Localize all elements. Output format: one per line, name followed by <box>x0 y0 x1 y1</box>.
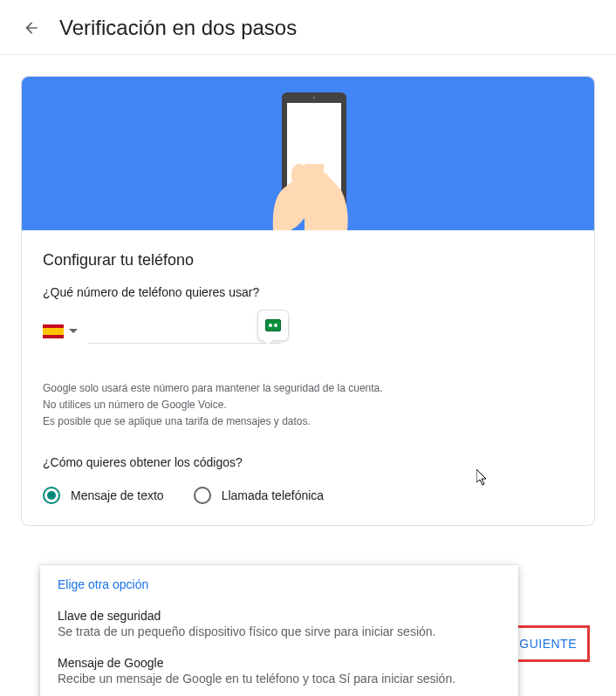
popup-item-desc: Recibe un mensaje de Google en tu teléfo… <box>58 672 501 686</box>
popup-item-title: Llave de seguridad <box>58 609 501 623</box>
radio-sms[interactable]: Mensaje de texto <box>43 487 164 504</box>
radio-checked-icon <box>43 487 60 504</box>
country-selector[interactable] <box>43 321 78 342</box>
disclaimer-text: Google solo usará este número para mante… <box>43 380 573 431</box>
radio-group: Mensaje de texto Llamada telefónica <box>43 487 573 504</box>
popup-title: Elige otra opción <box>40 565 518 600</box>
popup-item-desc: Se trata de un pequeño dispositivo físic… <box>58 624 501 638</box>
popup-item-security-key[interactable]: Llave de seguridad Se trata de un pequeñ… <box>40 600 518 647</box>
disclaimer-line: Google solo usará este número para mante… <box>43 380 573 397</box>
phone-input-row <box>43 318 573 344</box>
disclaimer-line: No utilices un número de Google Voice. <box>43 397 573 413</box>
alternative-options-popup: Elige otra opción Llave de seguridad Se … <box>40 565 518 696</box>
radio-label: Llamada telefónica <box>222 488 325 502</box>
page-title: Verificación en dos pasos <box>59 16 297 40</box>
popup-item-title: Mensaje de Google <box>58 656 501 670</box>
page-header: Verificación en dos pasos <box>0 0 616 55</box>
popup-item-google-prompt[interactable]: Mensaje de Google Recibe un mensaje de G… <box>40 647 518 696</box>
radio-label: Mensaje de texto <box>71 488 164 502</box>
card-content: Configurar tu teléfono ¿Qué número de te… <box>22 230 594 525</box>
setup-card: Configurar tu teléfono ¿Qué número de te… <box>21 76 595 526</box>
disclaimer-line: Es posible que se aplique una tarifa de … <box>43 413 573 430</box>
back-arrow-icon[interactable] <box>21 17 42 38</box>
chevron-down-icon <box>69 329 78 333</box>
phone-input[interactable] <box>88 318 280 344</box>
svg-point-2 <box>313 97 316 99</box>
section-title: Configurar tu teléfono <box>43 251 573 270</box>
hero-illustration <box>22 77 594 230</box>
code-question: ¿Cómo quieres obtener los códigos? <box>43 455 573 469</box>
radio-call[interactable]: Llamada telefónica <box>194 487 325 504</box>
radio-unchecked-icon <box>194 487 211 504</box>
phone-question: ¿Qué número de teléfono quieres usar? <box>43 285 573 299</box>
spain-flag-icon <box>43 324 64 338</box>
roboform-icon[interactable] <box>257 310 289 341</box>
